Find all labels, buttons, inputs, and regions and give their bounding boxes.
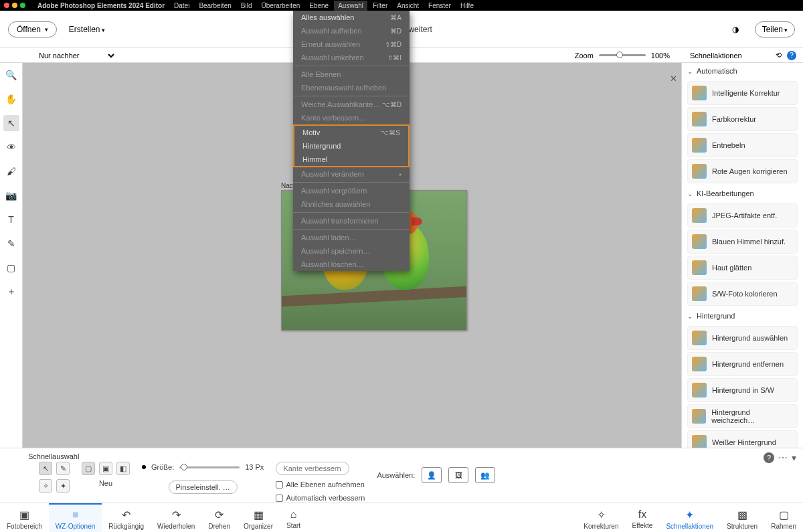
mode-subtract-icon[interactable]: ◧: [116, 462, 130, 475]
help-icon[interactable]: ?: [787, 51, 796, 60]
brush-tool-icon[interactable]: 🖌: [3, 163, 19, 179]
menu-auswahl[interactable]: Auswahl: [334, 1, 367, 11]
brush-variant-group: ↖ ✎ ✧ ✦: [39, 462, 70, 493]
create-button[interactable]: Erstellen: [69, 25, 105, 34]
mac-menubar: Adobe Photoshop Elements 2024 Editor Dat…: [0, 0, 803, 11]
quick-action-item[interactable]: Haut glätten: [687, 256, 798, 280]
brush-size-slider[interactable]: [179, 466, 240, 468]
menu-item[interactable]: Himmel: [294, 153, 408, 166]
menu-item: Erneut auswählen⇧⌘D: [293, 37, 410, 51]
quick-action-item[interactable]: Intelligente Korrektur: [687, 81, 798, 105]
thumbnail-icon: [692, 286, 707, 301]
menu-filter[interactable]: Filter: [373, 2, 387, 9]
quick-action-item[interactable]: S/W-Foto kolorieren: [687, 282, 798, 306]
bottom-tab[interactable]: ≡WZ-Optionen: [49, 503, 102, 532]
zoom-tool-icon[interactable]: 🔍: [3, 67, 19, 83]
panel-more-icon[interactable]: ⋯: [778, 452, 788, 463]
menu-item[interactable]: Motiv⌥⌘S: [294, 126, 408, 139]
select-subject-icon[interactable]: 👤: [422, 467, 442, 483]
crop-tool-icon[interactable]: ▢: [3, 260, 19, 276]
start-icon: ⌂: [290, 509, 297, 521]
menu-item: Auswahl löschen…: [293, 258, 410, 271]
bottom-tab[interactable]: ✦Schnellaktionen: [659, 503, 720, 532]
quick-action-item[interactable]: Entnebeln: [687, 133, 798, 157]
menu-ansicht[interactable]: Ansicht: [397, 2, 419, 9]
refine-brush-icon[interactable]: ✦: [56, 479, 70, 493]
open-button[interactable]: Öffnen: [8, 21, 57, 37]
quick-action-item[interactable]: Weißer Hintergrund: [687, 430, 798, 448]
select-sky-icon[interactable]: 👥: [475, 467, 495, 483]
auto-enhance-checkbox[interactable]: Automatisch verbessern: [276, 494, 365, 502]
share-button[interactable]: Teilen: [755, 21, 795, 37]
panel-collapse-icon[interactable]: ▾: [792, 452, 796, 463]
eye-tool-icon[interactable]: 👁: [3, 139, 19, 155]
menu-ueberarbeiten[interactable]: Überarbeiten: [261, 2, 300, 9]
bottom-tab[interactable]: ⟳Drehen: [201, 503, 237, 532]
window-traffic-lights[interactable]: [4, 3, 25, 8]
menu-hilfe[interactable]: Hilfe: [460, 2, 474, 9]
menu-item: Alle Ebenen: [293, 68, 410, 81]
camera-tool-icon[interactable]: 📷: [3, 187, 19, 203]
mode-new-icon[interactable]: ▢: [82, 462, 95, 475]
zoom-slider[interactable]: [599, 54, 646, 56]
close-window-icon[interactable]: [4, 3, 9, 8]
bottom-tab[interactable]: ✧Korrekturen: [577, 503, 625, 532]
menu-bild[interactable]: Bild: [241, 2, 252, 9]
thumbnail-icon: [692, 357, 707, 371]
bottom-tab[interactable]: ▦Organizer: [237, 503, 280, 532]
thumbnail-icon: [692, 164, 707, 179]
undo-panel-icon[interactable]: ⟲: [776, 51, 782, 60]
bottom-tab[interactable]: ↷Wiederholen: [151, 503, 201, 532]
appearance-icon[interactable]: ◑: [728, 22, 743, 37]
all-layers-checkbox[interactable]: Alle Ebenen aufnehmen: [276, 480, 364, 489]
menu-bearbeiten[interactable]: Bearbeiten: [199, 2, 231, 9]
quick-select-icon[interactable]: ↖: [39, 462, 52, 475]
quick-action-item[interactable]: JPEG-Artifakte entf.: [687, 203, 798, 228]
bottom-tab[interactable]: ▩Strukturen: [720, 503, 764, 532]
add-tool-icon[interactable]: ＋: [3, 284, 19, 300]
hand-tool-icon[interactable]: ✋: [3, 91, 19, 107]
thumbnail-icon: [692, 331, 707, 345]
wiederholen-icon: ↷: [172, 509, 181, 521]
quick-action-item[interactable]: Blauen Himmel hinzuf.: [687, 230, 798, 254]
close-document-icon[interactable]: ✕: [670, 74, 677, 84]
bottom-tab[interactable]: fxEffekte: [625, 503, 659, 532]
tool-options-panel: Schnellauswahl ↖ ✎ ✧ ✦ ▢ ▣ ◧ Neu Größe: …: [0, 448, 803, 503]
magic-wand-icon[interactable]: ✧: [39, 479, 52, 493]
effekte-icon: fx: [638, 509, 646, 521]
menu-fenster[interactable]: Fenster: [428, 2, 451, 9]
menu-item[interactable]: Alles auswählen⌘A: [293, 11, 410, 24]
menu-item: Auswahl verändern: [293, 167, 410, 181]
bottom-tab[interactable]: ↶Rückgängig: [102, 503, 151, 532]
zoom-value: 100%: [651, 52, 670, 60]
quick-action-item[interactable]: Rote Augen korrigieren: [687, 159, 798, 183]
type-tool-icon[interactable]: T: [3, 211, 19, 228]
quick-action-item[interactable]: Hintergrund auswählen: [687, 326, 798, 350]
panel-help-icon[interactable]: ?: [764, 452, 774, 463]
panel-section-header[interactable]: Hintergrund: [682, 308, 803, 324]
bottom-tab[interactable]: ⌂Start: [280, 503, 307, 532]
quick-select-tool-icon[interactable]: ↖: [3, 115, 19, 131]
quick-action-item[interactable]: Hintergrund in S/W: [687, 378, 798, 402]
thumbnail-icon: [692, 208, 707, 223]
eyedropper-tool-icon[interactable]: ✎: [3, 236, 19, 252]
select-background-icon[interactable]: 🖼: [448, 467, 468, 483]
panel-section-header[interactable]: KI-Bearbeitungen: [682, 185, 803, 201]
zoom-window-icon[interactable]: [20, 3, 25, 8]
view-mode-select[interactable]: Nur nachher: [36, 51, 116, 60]
brush-preview-icon: [142, 465, 146, 469]
menu-ebene[interactable]: Ebene: [309, 2, 329, 9]
minimize-window-icon[interactable]: [12, 3, 17, 8]
mode-add-icon[interactable]: ▣: [99, 462, 112, 475]
bottom-tab[interactable]: ▢Rahmen: [764, 503, 803, 532]
quick-action-item[interactable]: Hintergrund entfernen: [687, 352, 798, 376]
brush-settings-button[interactable]: Pinseleinstell. …: [169, 480, 238, 494]
panel-section-header[interactable]: Automatisch: [682, 63, 803, 79]
selection-brush-icon[interactable]: ✎: [56, 462, 70, 475]
quick-action-item[interactable]: Hintergrund weichzeich…: [687, 404, 798, 428]
quick-action-item[interactable]: Farbkorrektur: [687, 107, 798, 131]
menu-item[interactable]: Hintergrund: [294, 139, 408, 153]
thumbnail-icon: [692, 86, 707, 100]
bottom-tab[interactable]: ▣Fotobereich: [0, 503, 49, 532]
menu-datei[interactable]: Datei: [174, 2, 189, 9]
